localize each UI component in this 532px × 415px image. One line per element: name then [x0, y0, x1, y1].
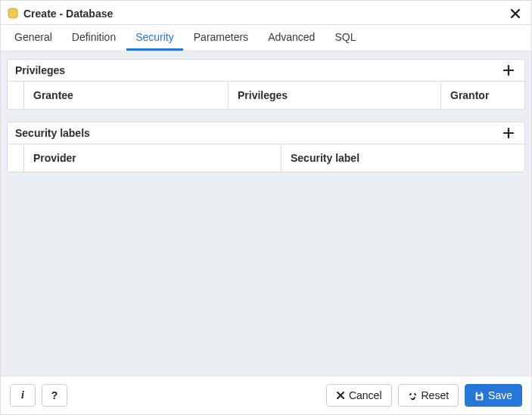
tab-definition[interactable]: Definition: [63, 25, 125, 51]
dialog-footer: i ? Cancel Reset: [1, 376, 531, 414]
tab-bar: General Definition Security Parameters A…: [1, 25, 531, 51]
svg-rect-2: [478, 396, 481, 399]
cancel-label: Cancel: [349, 390, 382, 401]
reset-label: Reset: [422, 390, 450, 401]
close-icon[interactable]: [507, 7, 524, 20]
security-labels-grid-header: Provider Security label: [8, 144, 524, 172]
privileges-col-grantor: Grantor: [441, 82, 524, 109]
save-icon: [474, 391, 484, 401]
dialog-title: Create - Database: [23, 8, 113, 20]
cancel-button[interactable]: Cancel: [326, 384, 392, 407]
security-labels-title: Security labels: [15, 127, 90, 139]
database-icon: [7, 8, 19, 20]
privileges-col-grantee: Grantee: [24, 82, 229, 109]
save-button[interactable]: Save: [465, 384, 522, 407]
info-icon: i: [21, 390, 24, 401]
create-database-dialog: Create - Database General Definition Sec…: [0, 0, 532, 415]
privileges-title: Privileges: [15, 64, 65, 76]
security-labels-col-provider: Provider: [24, 144, 282, 172]
privileges-grid-header: Grantee Privileges Grantor: [8, 82, 524, 109]
privileges-col-privileges: Privileges: [229, 82, 441, 109]
security-labels-header: Security labels: [8, 122, 524, 144]
recycle-icon: [408, 391, 418, 401]
security-labels-col-label: Security label: [282, 144, 524, 172]
privileges-header: Privileges: [8, 60, 524, 82]
privileges-lead-cell: [8, 82, 24, 109]
help-icon: ?: [51, 390, 58, 401]
tab-general[interactable]: General: [5, 25, 61, 51]
titlebar: Create - Database: [1, 1, 531, 25]
add-privilege-button[interactable]: [500, 65, 517, 76]
help-button[interactable]: ?: [42, 384, 67, 407]
svg-rect-1: [478, 392, 481, 394]
reset-button[interactable]: Reset: [398, 384, 459, 407]
tab-parameters[interactable]: Parameters: [185, 25, 257, 51]
tab-security[interactable]: Security: [126, 25, 183, 51]
tab-advanced[interactable]: Advanced: [259, 25, 324, 51]
privileges-section: Privileges Grantee Privileges Grantor: [7, 59, 525, 110]
close-icon: [336, 391, 345, 400]
dialog-body: Privileges Grantee Privileges Grantor Se…: [1, 51, 531, 376]
tab-sql[interactable]: SQL: [325, 25, 365, 51]
security-labels-section: Security labels Provider Security label: [7, 122, 525, 172]
save-label: Save: [488, 390, 512, 401]
info-button[interactable]: i: [10, 384, 36, 407]
security-labels-lead-cell: [8, 144, 24, 172]
add-security-label-button[interactable]: [500, 128, 517, 138]
